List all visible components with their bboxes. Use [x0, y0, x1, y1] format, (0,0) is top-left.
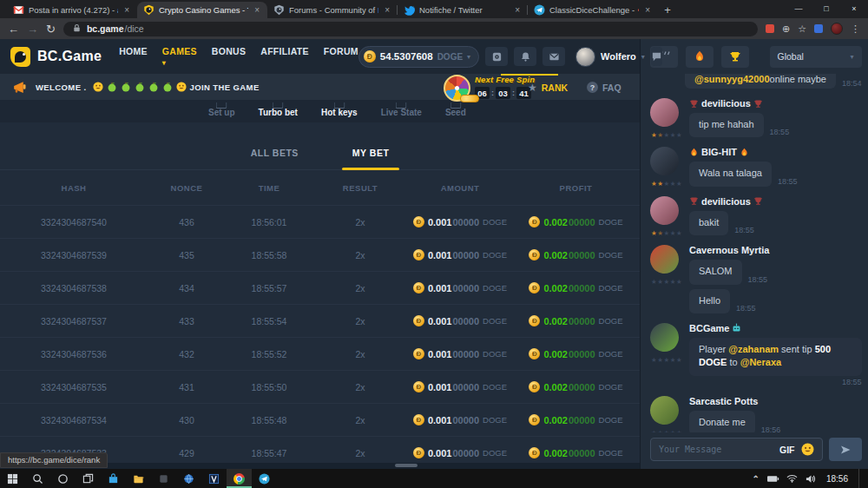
cell-amount: Ð0.00100000DOGE	[413, 447, 507, 458]
bookmark-star-icon[interactable]: ☆	[798, 23, 806, 35]
chat-toggle-button[interactable]	[651, 47, 662, 66]
amount-unit: DOGE	[483, 382, 507, 392]
clock[interactable]: 18:56	[823, 474, 852, 484]
maximize-button[interactable]: □	[812, 0, 840, 17]
amount-sub: 00000	[452, 316, 479, 326]
doge-coin-icon: Ð	[529, 447, 540, 458]
game-tool-live-state[interactable]: Live State	[381, 106, 422, 117]
address-bar[interactable]: bc.game/dice	[63, 22, 758, 36]
taskbar-visual-studio-icon[interactable]	[201, 469, 227, 488]
forward-icon[interactable]: →	[27, 23, 38, 35]
bcgame-logo-icon[interactable]	[10, 47, 30, 67]
faq-link[interactable]: ? FAQ	[587, 82, 621, 93]
bet-row[interactable]: 332430468754043618:56:012xÐ0.00100000DOG…	[0, 205, 640, 238]
browser-tab[interactable]: Notifiche / Twitter×	[398, 2, 528, 18]
star-icon: ★	[670, 131, 676, 139]
bet-row[interactable]: 332430468753843418:55:572xÐ0.00100000DOG…	[0, 271, 640, 304]
game-tool-set-up[interactable]: Set up	[208, 106, 235, 117]
gif-button[interactable]: GIF	[779, 445, 795, 455]
browser-profile-avatar[interactable]	[831, 23, 843, 35]
tray-expand-icon[interactable]: ⌃	[753, 474, 760, 484]
volume-icon[interactable]	[805, 474, 816, 484]
taskbar-app-dark-icon[interactable]	[151, 469, 176, 488]
chat-channel-selector[interactable]: Global ▾	[770, 46, 862, 68]
user-mention[interactable]: @Neraxa	[740, 357, 781, 367]
message-bubble: bakit	[689, 211, 728, 235]
nav-item-bonus[interactable]: BONUS	[212, 46, 246, 67]
taskbar-start-icon[interactable]	[0, 469, 25, 488]
tab-my-bet[interactable]: MY BET	[352, 148, 389, 158]
battery-icon[interactable]	[766, 475, 779, 483]
taskbar-store-icon[interactable]	[101, 469, 126, 488]
tab-close-icon[interactable]: ×	[643, 5, 652, 15]
chat-input-box[interactable]: GIF	[650, 438, 823, 461]
free-spin-widget[interactable]: Next Free Spin 06 : 03 : 41	[444, 75, 535, 102]
chat-header-buttons	[650, 46, 749, 68]
bet-row[interactable]: 332430468753443018:55:482xÐ0.00100000DOG…	[0, 403, 640, 436]
game-tool-hot-keys[interactable]: Hot keys	[321, 106, 358, 117]
message-content: BCGamePlayer @zahanam sent tip 500 DOGE …	[689, 323, 862, 386]
scrollbar-thumb[interactable]	[395, 464, 418, 467]
flame-button[interactable]	[686, 46, 713, 68]
extension-red-icon[interactable]	[766, 24, 774, 33]
taskbar-search-icon[interactable]	[25, 469, 50, 488]
taskbar-browser-blue-icon[interactable]	[176, 469, 201, 488]
cell-hash: 3324304687537	[41, 316, 107, 326]
reload-icon[interactable]: ↻	[46, 23, 56, 35]
send-message-button[interactable]	[829, 438, 862, 461]
minimize-button[interactable]: —	[785, 0, 812, 17]
browser-tab[interactable]: Crypto Casino Games - The 8 Be×	[137, 2, 267, 18]
header-buttons	[479, 47, 565, 66]
show-desktop-button[interactable]	[858, 469, 863, 488]
browser-tab[interactable]: Posta in arrivo (4.272) - andreaja×	[7, 2, 137, 18]
game-tool-turbo-bet[interactable]: Turbo bet	[259, 106, 298, 117]
amount-main: 0.001	[428, 217, 452, 228]
site-logo-text[interactable]: BC.Game	[37, 49, 102, 64]
system-tray: ⌃ 18:56	[753, 469, 868, 488]
taskbar-explorer-icon[interactable]	[126, 469, 151, 488]
tab-close-icon[interactable]: ×	[383, 5, 391, 15]
nav-item-forum[interactable]: FORUM	[324, 46, 358, 67]
browser-tab[interactable]: Forums - Community of BC.Gam×	[267, 2, 398, 18]
balance-selector[interactable]: Ð 54.5307608 DOGE ▾	[358, 46, 479, 68]
browser-tab[interactable]: ClassicDiceChallenge - Annou×	[528, 2, 658, 18]
close-button[interactable]: ×	[840, 0, 868, 17]
menu-dots-icon[interactable]: ⋮	[851, 23, 860, 35]
taskbar-cortana-icon[interactable]	[50, 469, 76, 488]
tab-close-icon[interactable]: ×	[513, 5, 522, 15]
message-username: BIG-HIT	[689, 147, 862, 157]
taskbar-task-view-icon[interactable]	[76, 469, 101, 488]
game-tool-seed[interactable]: Seed	[445, 106, 466, 117]
tab-close-icon[interactable]: ×	[253, 5, 261, 15]
taskbar-telegram-icon[interactable]	[252, 469, 277, 488]
tab-close-icon[interactable]: ×	[122, 5, 131, 15]
back-icon[interactable]: ←	[8, 23, 19, 35]
user-mention[interactable]: @sunnyyg42000	[694, 74, 770, 84]
taskbar-chrome-icon[interactable]	[227, 469, 252, 488]
cell-nonce: 431	[179, 382, 194, 392]
extension-blue-icon[interactable]	[814, 24, 823, 33]
trophy-button[interactable]	[721, 46, 749, 68]
chat-message-input[interactable]	[659, 445, 773, 454]
nav-item-affiliate[interactable]: AFFILIATE	[260, 46, 309, 67]
tab-all-bets[interactable]: ALL BETS	[251, 148, 299, 158]
vault-button[interactable]	[485, 47, 508, 66]
cell-profit: Ð0.00200000DOGE	[529, 381, 622, 392]
emoji-picker-icon[interactable]	[801, 443, 814, 456]
rank-link[interactable]: ★ RANK	[528, 82, 568, 94]
nav-item-games[interactable]: GAMES ▾	[162, 46, 197, 67]
nav-item-home[interactable]: HOME	[119, 46, 148, 67]
user-menu[interactable]: Wolfero ▾	[575, 47, 645, 67]
star-icon: ★	[676, 131, 682, 139]
new-tab-button[interactable]: +	[658, 2, 677, 18]
bet-row[interactable]: 332430468753543118:55:502xÐ0.00100000DOG…	[0, 370, 640, 403]
cell-time: 18:55:50	[252, 382, 287, 392]
bet-row[interactable]: 332430468753743318:55:542xÐ0.00100000DOG…	[0, 304, 640, 337]
bet-row[interactable]: 332430468753643218:55:522xÐ0.00100000DOG…	[0, 337, 640, 370]
wifi-icon[interactable]	[786, 474, 798, 483]
target-icon[interactable]: ⊕	[782, 23, 790, 35]
mail-button[interactable]	[542, 47, 565, 66]
user-mention[interactable]: @zahanam	[728, 344, 779, 354]
bell-button[interactable]	[514, 47, 536, 66]
bet-row[interactable]: 332430468753943518:55:582xÐ0.00100000DOG…	[0, 238, 640, 271]
